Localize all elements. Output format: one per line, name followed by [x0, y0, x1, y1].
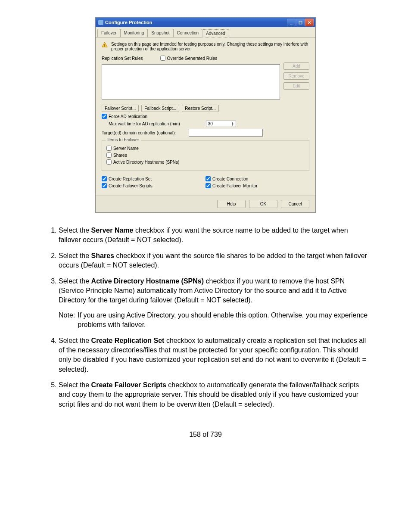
ad-spn-label: Active Directory Hostname (SPNs) — [113, 160, 179, 165]
items-group-title: Items to Failover — [106, 137, 141, 142]
warning-text: Settings on this page are intended for t… — [111, 42, 309, 51]
force-ad-checkbox[interactable] — [102, 114, 107, 119]
note-label: Note: — [59, 311, 75, 330]
cancel-button[interactable]: Cancel — [281, 200, 309, 208]
warning-icon: ! — [102, 42, 108, 48]
list-item: Select the Shares checkbox if you want t… — [59, 251, 369, 271]
max-wait-value: 30 — [208, 121, 213, 126]
items-to-failover-group: Items to Failover Server Name Shares Act… — [102, 140, 309, 171]
list-item: Select the Active Directory Hostname (SP… — [59, 277, 369, 330]
help-button[interactable]: Help — [217, 200, 246, 208]
failback-script-button[interactable]: Failback Script... — [141, 105, 179, 112]
add-button[interactable]: Add — [283, 62, 309, 70]
ok-button[interactable]: OK — [249, 200, 277, 208]
tab-advanced[interactable]: Advanced — [202, 29, 229, 37]
note-row: Note: If you are using Active Directory,… — [59, 311, 369, 330]
instruction-list: Select the Server Name checkbox if you w… — [42, 226, 369, 409]
shares-label: Shares — [113, 153, 127, 158]
maximize-button[interactable]: ☐ — [296, 19, 305, 26]
window-icon — [98, 20, 103, 25]
ad-spn-checkbox[interactable] — [106, 159, 112, 165]
page-number: 158 of 739 — [26, 431, 385, 439]
tab-panel: ! Settings on this page are intended for… — [96, 37, 315, 195]
replication-rules-label: Replication Set Rules — [102, 56, 143, 61]
failover-script-button[interactable]: Failover Script... — [102, 105, 139, 112]
create-failover-scripts-label: Create Failover Scripts — [109, 184, 153, 188]
restore-script-button[interactable]: Restore Script... — [182, 105, 219, 112]
create-failover-monitor-label: Create Failover Monitor — [212, 184, 257, 188]
create-repl-set-checkbox[interactable] — [102, 176, 107, 181]
dialog-window: Configure Protection _ ☐ ✕ Failover Moni… — [95, 17, 316, 213]
remove-button[interactable]: Remove — [283, 72, 309, 80]
override-rules-label: Override Generated Rules — [167, 56, 218, 61]
spinner-icon[interactable]: ▲▼ — [231, 122, 234, 126]
force-ad-label: Force AD replication — [109, 114, 147, 119]
tab-bar: Failover Monitoring Snapshot Connection … — [96, 27, 315, 37]
title-bar: Configure Protection _ ☐ ✕ — [96, 18, 315, 27]
target-dc-input[interactable] — [189, 129, 263, 137]
tab-snapshot[interactable]: Snapshot — [147, 29, 173, 37]
create-failover-monitor-checkbox[interactable] — [206, 183, 211, 188]
note-text: If you are using Active Directory, you s… — [78, 311, 369, 330]
dialog-button-bar: Help OK Cancel — [96, 195, 315, 212]
tab-monitoring[interactable]: Monitoring — [120, 29, 148, 37]
list-item: Select the Create Replication Set checkb… — [59, 336, 369, 375]
rules-listbox[interactable] — [102, 64, 280, 100]
target-dc-label: Target(ed) domain controller (optional): — [102, 131, 176, 135]
tab-connection[interactable]: Connection — [173, 29, 203, 37]
server-name-checkbox[interactable] — [106, 146, 112, 151]
window-title: Configure Protection — [105, 20, 152, 25]
create-connection-label: Create Connection — [212, 177, 248, 181]
tab-failover[interactable]: Failover — [97, 29, 121, 37]
close-button[interactable]: ✕ — [305, 19, 314, 26]
list-item: Select the Server Name checkbox if you w… — [59, 226, 369, 245]
minimize-button[interactable]: _ — [287, 19, 296, 26]
list-item: Select the Create Failover Scripts check… — [59, 380, 369, 409]
override-rules-checkbox[interactable] — [160, 56, 165, 61]
create-repl-set-label: Create Replication Set — [109, 177, 152, 181]
server-name-label: Server Name — [113, 146, 139, 151]
edit-button[interactable]: Edit — [283, 82, 309, 90]
svg-text:!: ! — [104, 44, 106, 47]
max-wait-input[interactable]: 30 ▲▼ — [206, 121, 236, 127]
create-failover-scripts-checkbox[interactable] — [102, 183, 107, 188]
create-connection-checkbox[interactable] — [206, 176, 211, 181]
shares-checkbox[interactable] — [106, 152, 112, 158]
max-wait-label: Max wait time for AD replication (min) — [109, 121, 180, 126]
